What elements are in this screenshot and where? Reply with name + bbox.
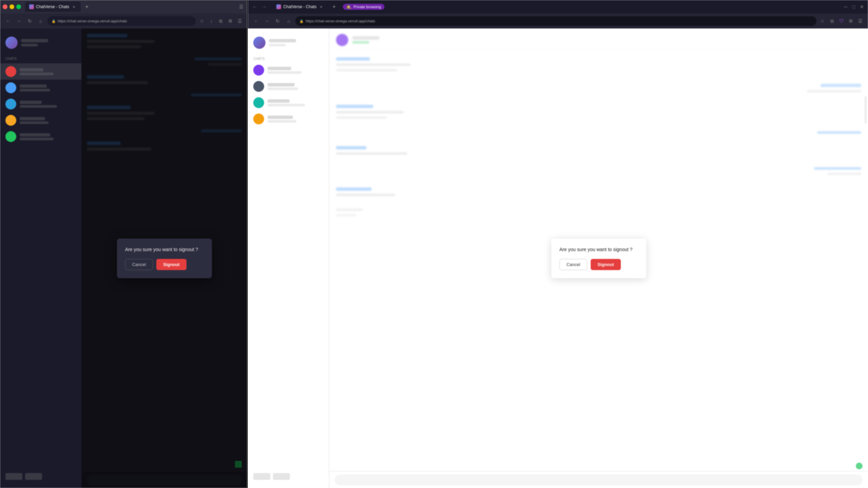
app-content-right: CHATS xyxy=(248,28,868,488)
url-text-left: https://chat-verse-omega.vercel.app/chat… xyxy=(58,19,127,23)
dialog-left: Are you sure you want to signout ? Cance… xyxy=(117,239,212,278)
sidebar-user-left xyxy=(0,34,81,52)
refresh-btn-right[interactable]: ↻ xyxy=(274,17,282,25)
dialog-message-right: Are you sure you want to signout ? xyxy=(559,247,638,252)
chat-item-4-right[interactable] xyxy=(248,111,329,127)
chat-name-blur-1 xyxy=(20,68,43,72)
rp4 xyxy=(268,120,296,123)
new-tab-button-left[interactable]: + xyxy=(82,2,92,12)
rn3 xyxy=(268,99,290,103)
chat-name-blur-2 xyxy=(20,84,47,88)
chat-preview-blur-5 xyxy=(20,138,54,140)
browser-window-left: ChatVerse - Chats ✕ + ☰ ← → ↻ ⌂ 🔒 https:… xyxy=(0,0,247,488)
sidebar-btn-blur-r2 xyxy=(273,473,290,480)
extension-icon-left[interactable]: ⧉ xyxy=(217,18,224,24)
chat-item-2-right[interactable] xyxy=(248,78,329,95)
download-icon-left[interactable]: ↓ xyxy=(208,18,215,24)
url-bar-right[interactable]: 🔒 https://chat-verse-omega.vercel.app/ch… xyxy=(295,16,816,26)
close-icon-right[interactable]: ✕ xyxy=(859,3,865,10)
title-bar-left: ChatVerse - Chats ✕ + ☰ xyxy=(0,0,247,14)
bookmark-icon-right[interactable]: ☆ xyxy=(819,18,826,24)
chat-meta-3-left xyxy=(20,101,76,108)
url-bar-left[interactable]: 🔒 https://chat-verse-omega.vercel.app/ch… xyxy=(47,16,196,26)
chat-preview-blur-3 xyxy=(20,105,57,108)
chat-item-5-left[interactable] xyxy=(0,128,81,145)
user-info-right xyxy=(269,39,323,46)
forward-btn-right[interactable]: → xyxy=(263,17,271,25)
private-label: Private browsing xyxy=(353,5,381,9)
minimize-button-left[interactable] xyxy=(9,4,14,9)
back-button-title-right[interactable]: ← xyxy=(251,3,259,11)
cancel-button-dialog-right[interactable]: Cancel xyxy=(559,259,587,270)
tab-right[interactable]: ChatVerse - Chats ✕ xyxy=(272,2,328,12)
menu-icon-left[interactable]: ☰ xyxy=(236,18,243,24)
signout-button-dialog-left[interactable]: Signout xyxy=(156,259,186,270)
url-text-right: https://chat-verse-omega.vercel.app/chat… xyxy=(305,19,375,23)
tab-close-left[interactable]: ✕ xyxy=(71,4,77,9)
chat-avatar-2-right xyxy=(253,81,264,92)
rn2 xyxy=(268,83,295,86)
chat-item-3-right[interactable] xyxy=(248,95,329,111)
forward-button-left[interactable]: → xyxy=(15,17,23,25)
section-label-right: CHATS xyxy=(248,56,329,62)
rp3 xyxy=(268,104,305,106)
chat-avatar-5-left xyxy=(5,131,16,142)
maximize-icon-right[interactable]: □ xyxy=(850,3,857,10)
chat-name-blur-4 xyxy=(20,117,45,120)
toolbar-icons-right: ☆ ⧉ 🛡 ⚙ ☰ xyxy=(819,18,864,24)
new-tab-button-right[interactable]: + xyxy=(329,2,339,12)
signout-button-dialog-right[interactable]: Signout xyxy=(591,259,620,270)
chat-item-1-right[interactable] xyxy=(248,62,329,78)
sidebar-btn-blur-2 xyxy=(25,473,42,480)
chat-avatar-2-left xyxy=(5,82,16,93)
chat-avatar-3-left xyxy=(5,99,16,109)
address-bar-right: ← → ↻ ⌂ 🔒 https://chat-verse-omega.verce… xyxy=(248,14,868,28)
close-button-left[interactable] xyxy=(3,4,7,9)
maximize-button-left[interactable] xyxy=(16,4,21,9)
refresh-button-left[interactable]: ↻ xyxy=(26,17,34,25)
section-label-left: CHATS xyxy=(0,56,81,62)
dialog-right: Are you sure you want to signout ? Cance… xyxy=(551,239,646,278)
forward-button-title-right[interactable]: → xyxy=(260,3,268,11)
settings-icon-left[interactable]: ⚙ xyxy=(227,18,234,24)
chat-meta-4-left xyxy=(20,117,76,124)
chat-meta-3-right xyxy=(268,99,323,106)
dialog-buttons-right: Cancel Signout xyxy=(559,259,638,270)
user-avatar-wrapper-right xyxy=(253,37,265,49)
chat-avatar-1-right xyxy=(253,65,264,76)
rp1 xyxy=(268,71,301,74)
status-blur-right xyxy=(269,44,286,46)
chat-item-4-left[interactable] xyxy=(0,112,81,128)
tab-left[interactable]: ChatVerse - Chats ✕ xyxy=(25,2,81,12)
private-shield-right[interactable]: 🛡 xyxy=(838,18,845,24)
tab-label-right: ChatVerse - Chats xyxy=(283,4,316,9)
back-btn-right[interactable]: ← xyxy=(252,17,260,25)
menu-icon-right[interactable]: ☰ xyxy=(857,18,864,24)
chat-avatar-4-right xyxy=(253,114,264,124)
home-btn-right[interactable]: ⌂ xyxy=(284,17,293,25)
chat-name-blur-3 xyxy=(20,101,42,104)
chat-item-2-left[interactable] xyxy=(0,80,81,96)
chat-meta-4-right xyxy=(268,116,323,123)
user-info-left xyxy=(21,39,76,46)
home-button-left[interactable]: ⌂ xyxy=(37,17,45,25)
title-bar-controls-right: ─ □ ✕ xyxy=(842,3,865,10)
chat-meta-5-left xyxy=(20,133,76,140)
bookmark-icon-left[interactable]: ☆ xyxy=(198,18,205,24)
chat-name-blur-5 xyxy=(20,133,50,137)
ext-icon-right[interactable]: ⧉ xyxy=(829,18,835,24)
lock-icon-right: 🔒 xyxy=(299,19,303,23)
chat-item-1-left[interactable] xyxy=(0,63,81,80)
dialog-buttons-left: Cancel Signout xyxy=(125,259,204,270)
back-button-left[interactable]: ← xyxy=(4,17,12,25)
chat-item-3-left[interactable] xyxy=(0,96,81,112)
tab-close-right[interactable]: ✕ xyxy=(318,4,324,9)
cancel-button-dialog-left[interactable]: Cancel xyxy=(125,259,153,270)
modal-overlay-left[interactable]: Are you sure you want to signout ? Cance… xyxy=(81,28,247,488)
dialog-message-left: Are you sure you want to signout ? xyxy=(125,247,204,252)
settings-icon-right[interactable]: ⚙ xyxy=(848,18,854,24)
minimize-icon-right[interactable]: ─ xyxy=(842,3,849,10)
rn1 xyxy=(268,67,291,70)
modal-overlay-right[interactable]: Are you sure you want to signout ? Cance… xyxy=(329,28,868,488)
hamburger-icon-left[interactable]: ☰ xyxy=(238,3,244,10)
